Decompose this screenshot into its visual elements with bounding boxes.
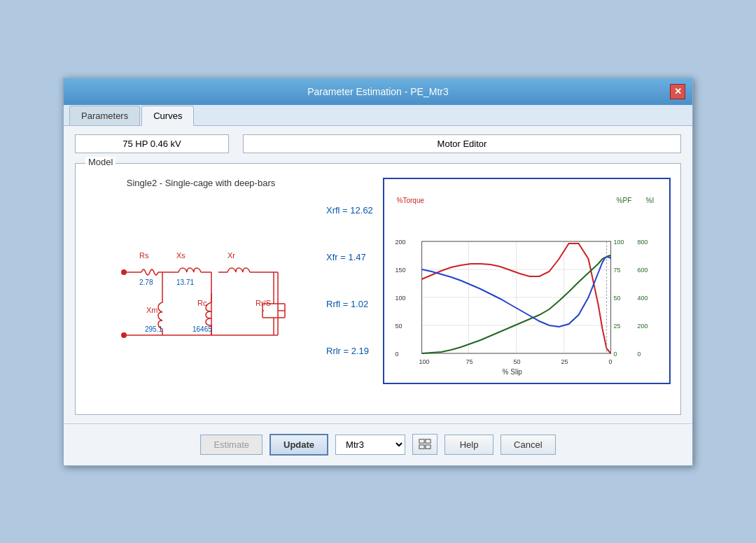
svg-text:400: 400 xyxy=(637,295,648,302)
svg-text:0: 0 xyxy=(613,351,617,358)
svg-rect-62 xyxy=(426,445,430,449)
svg-text:0: 0 xyxy=(608,358,612,365)
svg-text:0: 0 xyxy=(637,351,640,358)
param-rrfl: Rrfl = 1.02 xyxy=(326,299,373,309)
svg-text:200: 200 xyxy=(395,239,405,246)
circuit-area: Single2 - Single-cage with deep-bars Rs xyxy=(85,178,316,384)
svg-rect-61 xyxy=(419,445,424,449)
svg-text:%Torque: %Torque xyxy=(396,197,424,204)
param-xfr: Xfr = 1.47 xyxy=(326,252,373,262)
tab-parameters[interactable]: Parameters xyxy=(69,106,140,125)
close-button[interactable]: ✕ xyxy=(670,84,685,99)
svg-text:600: 600 xyxy=(637,267,648,274)
svg-text:25: 25 xyxy=(561,358,568,365)
bottom-bar: Estimate Update Mtr3 Help Cancel xyxy=(64,423,692,465)
tabs-bar: Parameters Curves xyxy=(64,105,692,126)
svg-text:0: 0 xyxy=(395,351,398,358)
svg-text:100: 100 xyxy=(419,358,429,365)
help-button[interactable]: Help xyxy=(444,435,493,455)
tab-curves[interactable]: Curves xyxy=(141,106,194,126)
estimate-button[interactable]: Estimate xyxy=(200,435,262,455)
svg-text:200: 200 xyxy=(637,323,648,330)
performance-chart: 0 50 100 150 200 %Torque 0 25 50 75 100 xyxy=(387,182,666,378)
svg-rect-22 xyxy=(393,182,659,378)
circuit-title: Single2 - Single-cage with deep-bars xyxy=(85,178,316,188)
content-area: 75 HP 0.46 kV Motor Editor Model Single2… xyxy=(64,126,692,423)
top-bar: 75 HP 0.46 kV Motor Editor xyxy=(75,134,681,153)
svg-text:%I: %I xyxy=(645,197,654,204)
svg-text:150: 150 xyxy=(395,267,405,274)
motor-info-box: 75 HP 0.46 kV xyxy=(75,134,229,153)
motor-editor-label: Motor Editor xyxy=(438,139,487,149)
grid-icon xyxy=(419,438,431,451)
svg-text:Rr/S: Rr/S xyxy=(255,299,271,307)
svg-text:13.71: 13.71 xyxy=(176,278,194,286)
model-group: Model Single2 - Single-cage with deep-ba… xyxy=(75,163,681,415)
svg-text:75: 75 xyxy=(465,358,472,365)
svg-text:75: 75 xyxy=(613,267,620,274)
cancel-button[interactable]: Cancel xyxy=(500,435,555,455)
svg-text:100: 100 xyxy=(613,239,624,246)
params-list: Xrfl = 12.62 Xfr = 1.47 Rrfl = 1.02 Rrlr… xyxy=(326,178,373,384)
svg-rect-60 xyxy=(426,439,430,443)
update-button[interactable]: Update xyxy=(270,434,328,456)
grid-icon-button[interactable] xyxy=(412,434,438,455)
window-title: Parameter Estimation - PE_Mtr3 xyxy=(86,86,670,97)
svg-text:%PF: %PF xyxy=(616,197,631,204)
param-xrfl: Xrfl = 12.62 xyxy=(326,205,373,216)
svg-text:50: 50 xyxy=(395,323,402,330)
svg-text:% Slip: % Slip xyxy=(502,368,522,376)
motor-editor-box[interactable]: Motor Editor xyxy=(243,134,681,153)
param-rrlr: Rrlr = 2.19 xyxy=(326,346,373,356)
chart-container: 0 50 100 150 200 %Torque 0 25 50 75 100 xyxy=(383,178,671,384)
motor-info-text: 75 HP 0.46 kV xyxy=(122,139,181,149)
title-bar: Parameter Estimation - PE_Mtr3 ✕ xyxy=(64,78,692,105)
svg-text:100: 100 xyxy=(395,295,405,302)
svg-text:295.1: 295.1 xyxy=(145,325,162,333)
model-group-label: Model xyxy=(85,157,115,167)
svg-text:50: 50 xyxy=(513,358,520,365)
svg-text:Rs: Rs xyxy=(139,251,149,260)
svg-text:Rc: Rc xyxy=(197,299,207,307)
circuit-diagram: Rs 2.78 Xs 13.71 Xr xyxy=(103,195,299,363)
svg-text:50: 50 xyxy=(613,295,620,302)
svg-rect-59 xyxy=(419,439,424,443)
svg-text:Xm: Xm xyxy=(146,306,158,314)
motor-select[interactable]: Mtr3 xyxy=(335,435,405,455)
svg-text:Xr: Xr xyxy=(227,251,235,260)
model-inner: Single2 - Single-cage with deep-bars Rs xyxy=(85,178,671,384)
svg-text:25: 25 xyxy=(613,323,620,330)
svg-text:800: 800 xyxy=(637,239,648,246)
svg-text:2.78: 2.78 xyxy=(139,278,153,286)
main-window: Parameter Estimation - PE_Mtr3 ✕ Paramet… xyxy=(63,78,693,466)
svg-text:Xs: Xs xyxy=(176,251,186,260)
svg-text:16465: 16465 xyxy=(192,325,212,333)
